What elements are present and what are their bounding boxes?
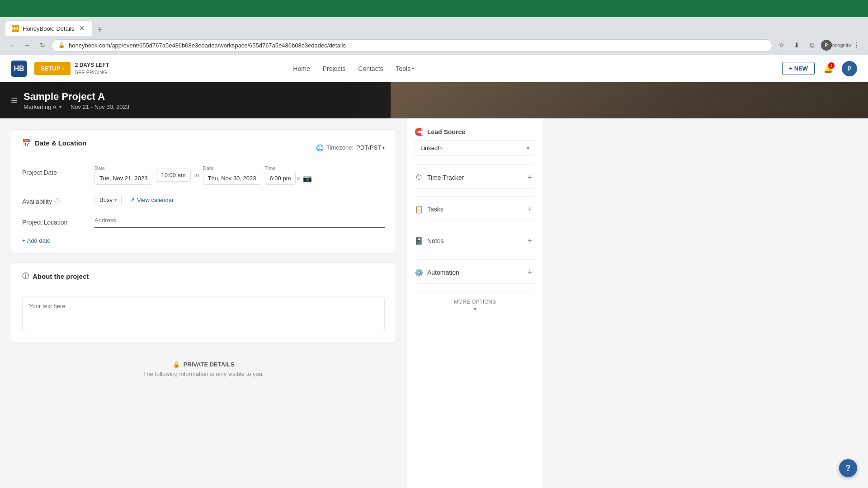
setup-button[interactable]: SETUP › (34, 62, 71, 75)
tools-chevron-icon: ▾ (412, 66, 414, 71)
nav-home[interactable]: Home (293, 65, 310, 72)
project-banner: ☰ Sample Project A Markerting A ▾ Nov 21… (0, 82, 868, 118)
to-separator: to (194, 172, 199, 178)
lead-source-label: 🧲 Lead Source (415, 127, 535, 136)
time-tracker-add-button[interactable]: + (524, 172, 535, 183)
lead-source-chevron-icon: ▾ (527, 145, 529, 151)
banner-menu-icon[interactable]: ☰ (11, 96, 17, 105)
banner-background-image (391, 82, 868, 118)
private-details-sub: The following information is only visibl… (20, 371, 387, 377)
app-logo: HB (11, 61, 27, 77)
end-time-field[interactable]: 6:00 pm (265, 172, 296, 185)
nav-contacts[interactable]: Contacts (358, 65, 383, 72)
forward-button[interactable]: → (21, 39, 33, 52)
end-date-picker[interactable]: Thu, Nov 30, 2023 (203, 172, 261, 185)
address-bar[interactable]: 🔒 honeybook.com/app/event/655d767a5e486b… (52, 39, 772, 52)
extensions-button[interactable]: ⧉ (806, 39, 818, 52)
section-title-group: 📅 Date & Location (22, 139, 86, 147)
browser-chrome: HB HoneyBook: Details ✕ + ← → ↻ 🔒 honeyb… (0, 17, 868, 55)
new-button[interactable]: + NEW (782, 62, 815, 75)
lead-source-value: LinkedIn (420, 145, 443, 151)
bookmark-button[interactable]: ☆ (775, 39, 788, 52)
end-time-label: Time (265, 165, 312, 171)
user-avatar[interactable]: P (842, 61, 857, 76)
main-content: 📅 Date & Location 🌐 Timezone: PDT/PST ▾ … (0, 118, 407, 488)
lead-source-select[interactable]: LinkedIn ▾ (415, 141, 535, 155)
new-tab-button[interactable]: + (93, 23, 107, 36)
incognito-label: Incognito (835, 39, 847, 52)
notes-label: Notes (427, 237, 444, 244)
tasks-label: Tasks (427, 206, 443, 213)
notes-title-group: 📓 Notes (415, 236, 444, 245)
lead-source-icon: 🧲 (415, 127, 424, 136)
sidebar: 🧲 Lead Source LinkedIn ▾ ⏱ Time Tracker … (407, 118, 542, 488)
start-date-picker[interactable]: Tue, Nov 21, 2023 (94, 172, 152, 185)
availability-chevron-icon: ▾ (114, 197, 117, 202)
tab-close-button[interactable]: ✕ (78, 24, 86, 33)
automation-add-button[interactable]: + (524, 267, 535, 278)
add-date-button[interactable]: + Add date (22, 237, 385, 244)
date-location-header: 📅 Date & Location 🌐 Timezone: PDT/PST ▾ (22, 139, 385, 156)
lock-icon: 🔒 (58, 42, 65, 48)
end-time-clear-button[interactable]: ✕ (296, 175, 301, 182)
main-layout: 📅 Date & Location 🌐 Timezone: PDT/PST ▾ … (0, 118, 868, 488)
setup-label: SETUP (41, 65, 60, 72)
automation-icon: ⚙️ (415, 268, 424, 277)
info-circle-icon: ⓘ (22, 272, 29, 281)
project-date-range: Nov 21 - Nov 30, 2023 (71, 103, 129, 110)
add-date-text: + Add date (22, 237, 51, 244)
sidebar-divider-1 (415, 164, 535, 165)
tasks-header[interactable]: 📋 Tasks + (415, 198, 535, 221)
project-location-label: Project Location (22, 215, 94, 226)
tab-favicon: HB (12, 25, 19, 32)
start-time-field[interactable]: 10:00 am (156, 169, 190, 182)
notes-header[interactable]: 📓 Notes + (415, 230, 535, 252)
download-button[interactable]: ⬇ (790, 39, 803, 52)
private-label: PRIVATE DETAILS (184, 361, 235, 368)
main-nav: Home Projects Contacts Tools ▾ (293, 65, 414, 72)
automation-header[interactable]: ⚙️ Automation + (415, 262, 535, 284)
active-tab[interactable]: HB HoneyBook: Details ✕ (5, 21, 92, 36)
nav-tools[interactable]: Tools ▾ (396, 65, 415, 72)
lead-source-widget: 🧲 Lead Source LinkedIn ▾ (415, 127, 535, 155)
tasks-add-button[interactable]: + (524, 204, 535, 215)
more-options-button[interactable]: MORE OPTIONS ▾ (415, 293, 535, 318)
calendar-picker-icon[interactable]: 📷 (303, 174, 312, 183)
setup-arrow: › (62, 65, 64, 72)
reload-button[interactable]: ↻ (36, 39, 49, 52)
view-calendar-link[interactable]: ↗ View calendar (130, 197, 174, 203)
help-button[interactable]: ? (839, 459, 857, 477)
about-textarea[interactable] (22, 296, 385, 332)
availability-select[interactable]: Busy ▾ (94, 194, 122, 206)
timezone-select[interactable]: PDT/PST ▾ (356, 144, 385, 151)
sidebar-divider-5 (415, 291, 535, 291)
tasks-widget: 📋 Tasks + (415, 198, 535, 221)
days-left-text: 2 DAYS LEFT (75, 62, 109, 68)
browser-top-bar (0, 0, 868, 17)
clock-icon: ⏱ (415, 173, 424, 182)
lock-private-icon: 🔒 (173, 361, 180, 368)
back-button[interactable]: ← (5, 39, 18, 52)
sidebar-divider-2 (415, 196, 535, 197)
automation-widget: ⚙️ Automation + (415, 262, 535, 284)
about-section-header: ⓘ About the project (22, 272, 385, 281)
date-location-section: 📅 Date & Location 🌐 Timezone: PDT/PST ▾ … (11, 129, 396, 253)
tasks-title-group: 📋 Tasks (415, 205, 443, 214)
nav-projects[interactable]: Projects (323, 65, 346, 72)
view-calendar-text: View calendar (137, 197, 174, 203)
timezone-row: 🌐 Timezone: PDT/PST ▾ (316, 144, 385, 151)
project-location-fields (94, 215, 385, 228)
timezone-label: Timezone: (326, 144, 354, 151)
menu-button[interactable]: ⋮ (850, 39, 863, 52)
see-pricing-link[interactable]: SEE PRICING (75, 70, 107, 75)
address-input[interactable] (94, 215, 385, 225)
profile-button[interactable]: P (821, 40, 832, 51)
notifications-button[interactable]: 🔔 1 (821, 61, 835, 76)
workspace-chevron-icon[interactable]: ▾ (59, 104, 61, 109)
project-date-fields: Date Tue, Nov 21, 2023 10:00 am to Date … (94, 165, 385, 185)
notes-add-button[interactable]: + (524, 235, 535, 246)
time-tracker-header[interactable]: ⏱ Time Tracker + (415, 167, 535, 189)
tab-title: HoneyBook: Details (23, 25, 74, 32)
availability-info-icon[interactable]: ⓘ (54, 197, 60, 205)
automation-label: Automation (427, 269, 459, 276)
